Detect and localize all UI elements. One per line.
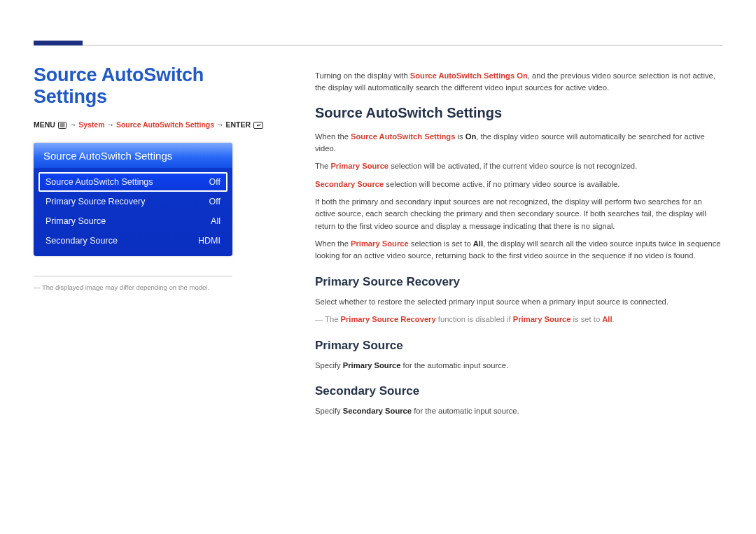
heading-sas: Source AutoSwitch Settings (315, 105, 722, 121)
text: Turning on the display with (315, 71, 410, 80)
left-column: Source AutoSwitch Settings MENU → System… (34, 64, 272, 517)
left-divider (34, 276, 232, 276)
text-bold: Primary Source (343, 361, 401, 370)
osd-row-label: Primary Source Recovery (46, 197, 145, 206)
heading-psr: Primary Source Recovery (315, 275, 722, 289)
intro-paragraph: Turning on the display with Source AutoS… (315, 70, 722, 94)
sas-p3: Secondary Source selection will become a… (315, 178, 722, 190)
text: for the automatic input source. (401, 361, 509, 370)
text-highlight: Secondary Source (315, 180, 384, 188)
breadcrumb-system: System (78, 120, 104, 129)
breadcrumb-enter: ENTER (225, 120, 251, 129)
page-title: Source AutoSwitch Settings (34, 64, 272, 108)
sas-p2: The Primary Source selection will be act… (315, 160, 722, 172)
text-bold: All (473, 239, 483, 248)
menu-icon (58, 122, 66, 129)
osd-row-source-autoswitch[interactable]: Source AutoSwitch Settings Off (38, 172, 227, 192)
osd-row-label: Primary Source (46, 216, 106, 226)
osd-row-value: All (192, 216, 220, 226)
psr-note: The Primary Source Recovery function is … (315, 314, 722, 325)
text-highlight: Primary Source Recovery (340, 315, 435, 323)
text-highlight: On (517, 71, 528, 80)
text-highlight: Primary Source (330, 162, 388, 170)
text: When the (315, 239, 351, 248)
text: Specify (315, 361, 343, 370)
text: for the automatic input source. (412, 407, 519, 415)
heading-ps: Primary Source (315, 339, 722, 353)
breadcrumb-arrow: → (216, 120, 224, 129)
breadcrumb-arrow: → (106, 120, 114, 129)
psr-p1: Select whether to restore the selected p… (315, 296, 722, 308)
text: selection is set to (409, 239, 473, 248)
osd-row-value: Off (192, 197, 220, 206)
right-column: Turning on the display with Source AutoS… (315, 64, 722, 517)
ps-p1: Specify Primary Source for the automatic… (315, 360, 722, 372)
text: When the (315, 132, 351, 141)
text: The (325, 315, 340, 323)
osd-header: Source AutoSwitch Settings (34, 143, 232, 168)
osd-panel: Source AutoSwitch Settings Source AutoSw… (34, 143, 232, 256)
text: Specify (315, 407, 343, 415)
text: is (455, 132, 465, 141)
text-highlight: Primary Source (351, 239, 409, 248)
osd-row-secondary-source[interactable]: Secondary Source HDMI (38, 231, 227, 251)
text: . (612, 315, 615, 323)
osd-row-primary-source[interactable]: Primary Source All (38, 211, 227, 231)
osd-row-label: Secondary Source (46, 236, 118, 246)
osd-row-value: HDMI (192, 236, 220, 246)
note-image-differ: The displayed image may differ depending… (34, 283, 272, 291)
text-highlight: Source AutoSwitch Settings (410, 71, 514, 80)
osd-row-primary-recovery[interactable]: Primary Source Recovery Off (38, 192, 227, 211)
heading-ss: Secondary Source (315, 384, 722, 398)
osd-body: Source AutoSwitch Settings Off Primary S… (34, 168, 232, 256)
osd-row-value: Off (192, 177, 220, 187)
breadcrumb-sas: Source AutoSwitch Settings (116, 120, 214, 129)
text: selection will be activated, if the curr… (388, 162, 637, 170)
sas-p1: When the Source AutoSwitch Settings is O… (315, 131, 722, 155)
text-bold: On (465, 132, 477, 141)
page-content: Source AutoSwitch Settings MENU → System… (34, 64, 722, 517)
text-bold: Secondary Source (343, 407, 412, 415)
text: is set to (570, 315, 602, 323)
breadcrumb: MENU → System → Source AutoSwitch Settin… (34, 120, 272, 129)
enter-icon (253, 122, 263, 129)
breadcrumb-arrow: → (69, 120, 77, 129)
text: function is disabled if (436, 315, 513, 323)
top-horizontal-rule (34, 45, 722, 45)
text: selection will become active, if no prim… (384, 180, 620, 188)
text-highlight: Source AutoSwitch Settings (351, 132, 455, 141)
breadcrumb-menu: MENU (34, 120, 55, 129)
text: The (315, 162, 330, 170)
text-highlight: All (602, 315, 612, 323)
sas-p4: If both the primary and secondary input … (315, 196, 722, 232)
osd-row-label: Source AutoSwitch Settings (46, 177, 153, 187)
top-accent-bar (34, 41, 83, 45)
sas-p5: When the Primary Source selection is set… (315, 238, 722, 262)
text-highlight: Primary Source (513, 315, 571, 323)
ss-p1: Specify Secondary Source for the automat… (315, 405, 722, 417)
